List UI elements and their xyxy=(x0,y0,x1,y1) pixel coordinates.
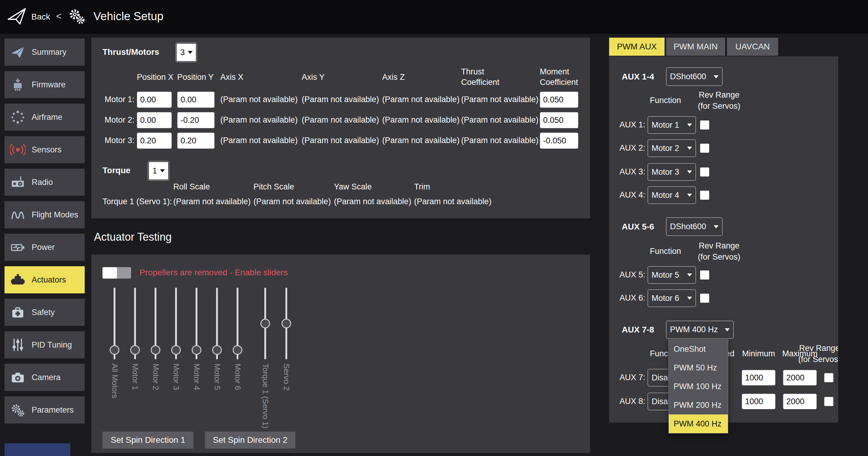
actuator-slider-motor-1[interactable]: Motor 1 xyxy=(130,288,140,359)
motor-3-position-x-input[interactable] xyxy=(137,133,172,149)
col-header-position-x: Position X xyxy=(137,73,174,82)
enable-sliders-toggle[interactable] xyxy=(102,267,131,279)
chevron-down-icon xyxy=(687,170,692,173)
aux-3-function-dropdown[interactable]: Motor 3 xyxy=(648,163,696,181)
aux-3-rev-range-checkbox[interactable] xyxy=(700,167,709,176)
aux-2-rev-range-checkbox[interactable] xyxy=(700,144,709,153)
actuator-slider-motor-2[interactable]: Motor 2 xyxy=(150,288,161,359)
motor-1-position-y-input[interactable] xyxy=(177,92,215,108)
aux-7-maximum-input[interactable] xyxy=(783,370,817,386)
menu-option-pwm-200[interactable]: PWM 200 Hz xyxy=(669,396,728,415)
aux-1-4-protocol-dropdown[interactable]: DShot600 xyxy=(666,67,722,86)
tab-pwm-main[interactable]: PWM MAIN xyxy=(666,38,725,56)
slider-handle[interactable] xyxy=(151,345,160,355)
tab-pwm-aux[interactable]: PWM AUX xyxy=(609,38,664,56)
slider-handle[interactable] xyxy=(192,345,201,355)
slider-handle[interactable] xyxy=(171,345,181,355)
menu-option-pwm-400[interactable]: PWM 400 Hz xyxy=(669,415,728,433)
sidebar-item-parameters[interactable]: Parameters xyxy=(4,396,85,423)
tab-uavcan[interactable]: UAVCAN xyxy=(727,38,778,56)
aux-1-rev-range-checkbox[interactable] xyxy=(700,121,709,130)
actuator-slider-motor-5[interactable]: Motor 5 xyxy=(212,288,222,359)
aux-7-minimum-input[interactable] xyxy=(742,370,775,386)
aux-8-maximum-input[interactable] xyxy=(783,394,817,409)
sidebar-item-airframe[interactable]: Airframe xyxy=(4,104,85,131)
slider-label: Motor 5 xyxy=(213,363,222,390)
aux-6-function-dropdown[interactable]: Motor 6 xyxy=(648,289,696,307)
actuator-slider-servo-2[interactable]: Servo 2 xyxy=(281,288,291,359)
torque-count-dropdown[interactable]: 1 xyxy=(148,161,169,180)
aux-7-rev-range-checkbox[interactable] xyxy=(824,373,833,382)
sidebar-item-radio[interactable]: Radio xyxy=(4,169,85,196)
motor-2-position-y-input[interactable] xyxy=(177,112,215,128)
motor-3-moment-input[interactable] xyxy=(540,133,578,149)
sidebar-item-label: Firmware xyxy=(32,80,66,90)
motor-3-position-y-input[interactable] xyxy=(177,133,215,149)
aux-6-rev-range-checkbox[interactable] xyxy=(700,294,709,303)
sidebar-item-actuators[interactable]: Actuators xyxy=(4,266,85,293)
slider-label: Motor 3 xyxy=(172,363,181,390)
sidebar-item-pid-tuning[interactable]: PID Tuning xyxy=(4,331,85,358)
aux-8-rev-range-checkbox[interactable] xyxy=(824,397,833,406)
slider-handle[interactable] xyxy=(260,319,270,328)
aux-7-8-protocol-dropdown[interactable]: PWM 400 Hz xyxy=(666,321,734,338)
col-header-axis-z: Axis Z xyxy=(382,73,405,82)
param-not-available: (Param not available) xyxy=(382,95,460,104)
actuator-slider-torque-1-servo-1[interactable]: Torque 1 (Servo 1) xyxy=(260,288,270,359)
power-icon xyxy=(9,239,26,256)
slider-handle[interactable] xyxy=(212,345,222,355)
aux-1-function-dropdown[interactable]: Motor 1 xyxy=(648,116,696,134)
aux-5-row-label: AUX 5: xyxy=(609,270,645,280)
sidebar-item-sensors[interactable]: Sensors xyxy=(4,136,85,163)
slider-handle[interactable] xyxy=(130,345,140,355)
slider-handle[interactable] xyxy=(281,319,291,328)
plane-icon xyxy=(9,44,26,61)
aux-5-6-protocol-dropdown[interactable]: DShot600 xyxy=(666,218,722,236)
sidebar-item-label: Summary xyxy=(32,47,67,57)
aux-4-function-dropdown[interactable]: Motor 4 xyxy=(648,187,696,204)
aux-8-minimum-input[interactable] xyxy=(742,394,775,409)
sidebar-item-camera[interactable]: Camera xyxy=(4,364,85,391)
actuator-slider-motor-3[interactable]: Motor 3 xyxy=(171,288,181,359)
sidebar-item-label: PID Tuning xyxy=(32,340,72,350)
dropdown-value: Motor 3 xyxy=(652,167,679,177)
thrust-motors-label: Thrust/Motors xyxy=(102,47,159,57)
aux-4-rev-range-checkbox[interactable] xyxy=(700,191,709,200)
back-button[interactable]: Back xyxy=(31,12,50,22)
actuator-slider-motor-4[interactable]: Motor 4 xyxy=(191,288,202,359)
sidebar-item-safety[interactable]: Safety xyxy=(4,299,85,326)
menu-option-pwm-100[interactable]: PWM 100 Hz xyxy=(669,377,728,396)
aux-2-function-dropdown[interactable]: Motor 2 xyxy=(648,139,696,157)
slider-handle[interactable] xyxy=(110,345,119,355)
set-spin-direction-1-button[interactable]: Set Spin Direction 1 xyxy=(102,432,193,449)
motor-1-position-x-input[interactable] xyxy=(137,92,172,108)
sidebar-item-power[interactable]: Power xyxy=(4,234,85,261)
dropdown-value: Motor 1 xyxy=(652,121,679,130)
motor-2-moment-input[interactable] xyxy=(540,112,578,128)
chevron-down-icon xyxy=(687,194,692,197)
motor-2-position-x-input[interactable] xyxy=(137,112,172,128)
thrust-motors-count-dropdown[interactable]: 3 xyxy=(176,43,196,62)
actuator-slider-motor-6[interactable]: Motor 6 xyxy=(232,288,243,359)
slider-handle[interactable] xyxy=(233,345,242,355)
actuator-slider-all-motors[interactable]: All Motors xyxy=(110,288,120,359)
firmware-icon xyxy=(9,76,26,93)
menu-option-oneshot[interactable]: OneShot xyxy=(669,340,728,358)
qgc-logo-icon[interactable] xyxy=(5,6,28,28)
sidebar-item-summary[interactable]: Summary xyxy=(4,38,85,66)
set-spin-direction-2-button[interactable]: Set Spin Direction 2 xyxy=(205,432,296,449)
chevron-down-icon xyxy=(188,51,193,54)
camera-icon xyxy=(9,369,26,386)
menu-option-pwm-50[interactable]: PWM 50 Hz xyxy=(669,358,728,377)
col-header-thrust-coefficient: Thrust xyxy=(461,67,484,76)
aux-5-6-label: AUX 5-6 xyxy=(622,222,654,232)
aux-5-function-dropdown[interactable]: Motor 5 xyxy=(648,266,696,284)
motor-2-row-label: Motor 2: xyxy=(97,116,134,125)
sidebar-item-flight-modes[interactable]: Flight Modes xyxy=(4,201,85,228)
sidebar-item-firmware[interactable]: Firmware xyxy=(4,71,85,98)
param-not-available: (Param not available) xyxy=(253,197,331,206)
chevron-down-icon xyxy=(725,328,730,331)
aux-5-rev-range-checkbox[interactable] xyxy=(700,270,709,280)
motor-1-moment-input[interactable] xyxy=(540,92,578,108)
dropdown-value: Motor 6 xyxy=(652,294,679,303)
